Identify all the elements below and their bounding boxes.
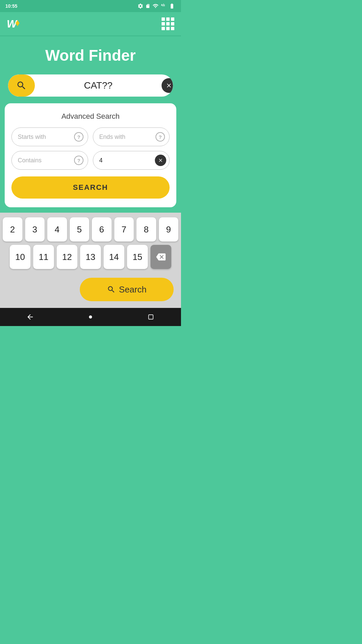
grid-dot bbox=[162, 17, 165, 21]
bottom-search-label: Search bbox=[119, 284, 146, 295]
nav-bar bbox=[0, 308, 181, 326]
logo-w: W bbox=[7, 18, 17, 29]
grid-dot bbox=[162, 22, 165, 25]
search-bar-container bbox=[0, 74, 181, 103]
search-bar bbox=[8, 74, 173, 97]
ends-with-wrap: ? bbox=[93, 127, 170, 146]
nav-recents-button[interactable] bbox=[144, 310, 158, 324]
key-9[interactable]: 9 bbox=[159, 217, 179, 241]
keyboard-row-2: 10 11 12 13 14 15 bbox=[3, 245, 178, 269]
signal-icon bbox=[161, 3, 166, 9]
settings-icon bbox=[137, 3, 143, 9]
grid-dot bbox=[171, 22, 174, 25]
key-12[interactable]: 12 bbox=[57, 245, 77, 269]
grid-dot bbox=[162, 27, 165, 30]
grid-dot bbox=[166, 27, 170, 30]
nav-back-button[interactable] bbox=[23, 310, 37, 324]
close-icon bbox=[166, 82, 172, 89]
advanced-search-button[interactable]: SEARCH bbox=[11, 176, 170, 199]
battery-icon bbox=[168, 3, 176, 9]
contains-wrap: ? bbox=[11, 151, 88, 170]
svg-point-0 bbox=[89, 315, 92, 318]
ends-with-help-icon[interactable]: ? bbox=[156, 132, 165, 142]
close-icon bbox=[158, 158, 163, 163]
status-bar: 10:55 bbox=[0, 0, 181, 12]
key-15[interactable]: 15 bbox=[127, 245, 148, 269]
grid-menu-button[interactable] bbox=[162, 17, 174, 30]
status-time: 10:55 bbox=[5, 3, 17, 9]
key-10[interactable]: 10 bbox=[10, 245, 31, 269]
key-6[interactable]: 6 bbox=[92, 217, 112, 241]
key-8[interactable]: 8 bbox=[136, 217, 156, 241]
key-2[interactable]: 2 bbox=[3, 217, 22, 241]
grid-dot bbox=[171, 27, 174, 30]
app-logo[interactable]: W bbox=[7, 18, 19, 29]
keyboard-area: 2 3 4 5 6 7 8 9 10 11 12 13 14 15 Search bbox=[0, 213, 181, 308]
word-length-wrap bbox=[93, 151, 170, 170]
advanced-row-1: ? ? bbox=[11, 127, 170, 146]
back-icon bbox=[26, 313, 34, 321]
key-13[interactable]: 13 bbox=[80, 245, 101, 269]
home-icon bbox=[87, 313, 94, 321]
wifi-icon bbox=[152, 3, 159, 9]
advanced-search-title: Advanced Search bbox=[11, 112, 170, 121]
starts-with-wrap: ? bbox=[11, 127, 88, 146]
svg-rect-1 bbox=[148, 315, 153, 319]
keyboard-row-1: 2 3 4 5 6 7 8 9 bbox=[3, 217, 178, 241]
grid-dot bbox=[166, 17, 170, 21]
grid-dot bbox=[166, 22, 170, 25]
grid-dot bbox=[171, 17, 174, 21]
advanced-row-2: ? bbox=[11, 151, 170, 170]
key-5[interactable]: 5 bbox=[70, 217, 89, 241]
recents-icon bbox=[147, 314, 154, 320]
starts-with-help-icon[interactable]: ? bbox=[74, 132, 83, 142]
main-search-input[interactable] bbox=[35, 80, 162, 91]
key-14[interactable]: 14 bbox=[104, 245, 124, 269]
sdcard-icon bbox=[145, 3, 150, 9]
main-clear-button[interactable] bbox=[162, 78, 173, 93]
key-3[interactable]: 3 bbox=[25, 217, 45, 241]
search-icon-button[interactable] bbox=[8, 74, 35, 97]
keyboard-delete-button[interactable] bbox=[150, 245, 171, 269]
advanced-search-panel: Advanced Search ? ? ? SEARCH bbox=[5, 103, 176, 207]
status-icons bbox=[137, 3, 176, 9]
page-title: Word Finder bbox=[0, 36, 181, 74]
backspace-icon bbox=[156, 252, 166, 262]
nav-home-button[interactable] bbox=[84, 310, 97, 324]
bottom-search-button[interactable]: Search bbox=[80, 278, 174, 301]
key-11[interactable]: 11 bbox=[33, 245, 54, 269]
top-bar: W bbox=[0, 12, 181, 36]
word-length-clear-button[interactable] bbox=[155, 155, 166, 166]
contains-help-icon[interactable]: ? bbox=[74, 156, 83, 165]
search-icon bbox=[16, 80, 27, 91]
search-icon bbox=[107, 285, 116, 294]
key-7[interactable]: 7 bbox=[114, 217, 134, 241]
key-4[interactable]: 4 bbox=[47, 217, 67, 241]
